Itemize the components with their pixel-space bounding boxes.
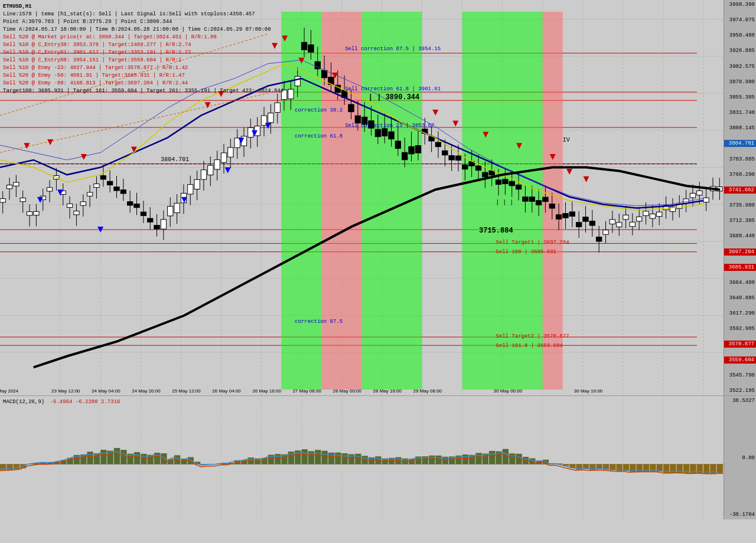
line1: Line:1578 | tema |h1_stat(s): Sell | Las…	[3, 11, 284, 18]
price-3688: 3688.440	[724, 233, 756, 240]
price-3592: 3592.985	[724, 325, 756, 332]
price-3808: 3808.145	[724, 125, 756, 132]
price-3974: 3974.075	[724, 17, 756, 24]
info-panel: ETHUSD,H1 Line:1578 | tema |h1_stat(s): …	[3, 3, 284, 95]
price-3664: 3664.480	[724, 279, 756, 286]
price-3735: 3735.980	[724, 202, 756, 209]
price-3950: 3950.488	[724, 32, 756, 39]
sell1: Sell %20 @ Market price(r at: 3890.344 |…	[3, 34, 284, 41]
sell4: Sell %10 @ C_Entry88: 3954.151 | Target:…	[3, 57, 284, 64]
targets: Target100: 3685.931 | Target 161: 3559.6…	[3, 87, 284, 95]
price-3926: 3926.885	[724, 47, 756, 54]
macd-panel: MACD(12,26,9) -5.4964 -6.2280 2.7316 38.…	[0, 395, 756, 519]
line3: Time A:2024.05.17 18:00:00 | Time B:2024…	[3, 26, 284, 34]
sell5: Sell %10 @ Enmy -23: 4027.944 | Target:3…	[3, 64, 284, 72]
price-3878: 3878.980	[724, 78, 756, 86]
symbol-line: ETHUSD,H1	[3, 3, 284, 11]
macd-scale: 38.5327 0.00 -30.1704	[724, 396, 756, 519]
price-3685-highlight: 3685.931	[724, 264, 756, 271]
macd-canvas	[0, 396, 724, 520]
price-3831: 3831.740	[724, 109, 756, 116]
price-3902: 3902.575	[724, 63, 756, 70]
price-3559-highlight: 3559.604	[724, 356, 756, 364]
price-3804-highlight: 3804.701	[724, 140, 756, 147]
price-3697-highlight: 3697.204	[724, 248, 756, 256]
price-3712: 3712.385	[724, 217, 756, 224]
line2: Point A:3979.703 | Point B:3775.29 | Poi…	[3, 18, 284, 26]
macd-label: MACD(12,26,9)	[3, 399, 44, 405]
price-3522: 3522.195	[724, 387, 756, 394]
price-3545: 3545.790	[724, 372, 756, 379]
price-3617: 3617.290	[724, 310, 756, 317]
price-3855: 3855.385	[724, 94, 756, 101]
sell2: Sell %10 @ C_Entry38: 3853.376 | Target:…	[3, 41, 284, 49]
price-3760: 3760.290	[724, 171, 756, 178]
macd-top: 38.5327	[724, 397, 756, 404]
sell7: Sell %20 @ Enmy -88: 4160.813 | Target:3…	[3, 80, 284, 87]
macd-info: MACD(12,26,9) -5.4964 -6.2280 2.7316	[3, 399, 120, 405]
price-3570-highlight: 3570.877	[724, 341, 756, 348]
macd-values: -5.4964 -6.2280 2.7316	[50, 399, 120, 405]
price-3998: 3998.398	[724, 1, 756, 8]
macd-zero: 0.00	[724, 454, 756, 462]
macd-bottom: -30.1704	[724, 511, 756, 518]
price-3783: 3783.885	[724, 156, 756, 163]
sell6: Sell %20 @ Enmy -50: 4081.91 | Target:36…	[3, 72, 284, 80]
price-3640: 3640.885	[724, 295, 756, 302]
sell3: Sell %10 @ C_Entry61: 3901.617 | Target:…	[3, 49, 284, 57]
price-scale: 3998.398 3974.075 3950.488 3926.885 3902…	[724, 0, 756, 395]
chart-container: ETHUSD,H1 Line:1578 | tema |h1_stat(s): …	[0, 0, 756, 543]
price-3741-highlight: 3741.662	[724, 187, 756, 194]
main-chart: ETHUSD,H1 Line:1578 | tema |h1_stat(s): …	[0, 0, 756, 395]
